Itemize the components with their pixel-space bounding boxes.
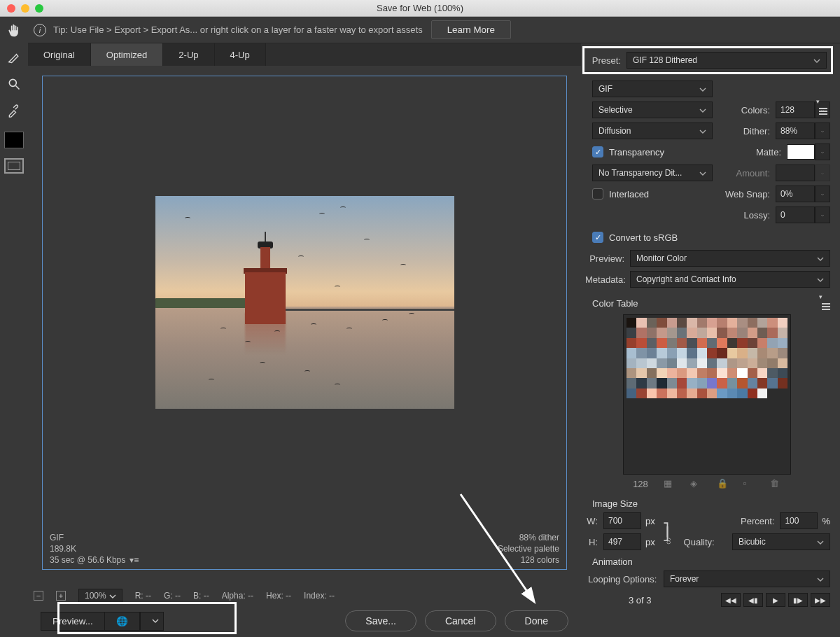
looping-select[interactable]: Forever	[664, 570, 830, 587]
next-frame-button[interactable]: ▮▶	[788, 593, 808, 607]
readout-r: R: --	[135, 591, 151, 601]
tip-text: Tip: Use File > Export > Export As... or…	[53, 24, 423, 35]
width-input[interactable]: 700	[603, 512, 641, 529]
trash-icon[interactable]: 🗑	[770, 478, 781, 489]
tab-original[interactable]: Original	[28, 43, 91, 66]
dither-label: Dither:	[713, 126, 776, 136]
looping-label: Looping Options:	[585, 574, 664, 584]
slice-tool-icon[interactable]	[6, 49, 22, 66]
tab-4up[interactable]: 4-Up	[215, 43, 266, 66]
browser-dropdown-icon[interactable]	[140, 612, 164, 631]
convert-srgb-label: Convert to sRGB	[609, 232, 678, 243]
snap-web-icon[interactable]: ▦	[664, 478, 675, 489]
color-reduction-select[interactable]: Selective	[592, 102, 713, 118]
interlaced-label: Interlaced	[609, 189, 649, 200]
tab-2up[interactable]: 2-Up	[163, 43, 214, 66]
matte-swatch[interactable]	[787, 144, 815, 160]
first-frame-button[interactable]: ◀◀	[721, 593, 741, 607]
save-button[interactable]: Save...	[345, 610, 416, 631]
browser-preview-icon[interactable]: 🌐	[104, 612, 140, 631]
window-title: Save for Web (100%)	[0, 3, 840, 13]
info-icon: i	[34, 24, 46, 36]
hand-tool-icon[interactable]	[6, 22, 22, 39]
convert-srgb-checkbox[interactable]	[592, 232, 603, 243]
colors-label: Colors:	[713, 105, 776, 115]
amount-label: Amount:	[713, 168, 776, 178]
color-table-title: Color Table	[592, 298, 638, 309]
tool-strip	[0, 17, 28, 637]
percent-unit: %	[818, 516, 830, 526]
readout-index: Index: --	[304, 591, 335, 601]
dither-input[interactable]: 88%	[776, 122, 815, 139]
amount-input	[776, 164, 815, 181]
px-label-h: px	[641, 537, 659, 547]
preview-canvas[interactable]: GIF 189.8K 35 sec @ 56.6 Kbps▾≡ 88% dith…	[42, 76, 567, 570]
interlaced-checkbox[interactable]	[592, 188, 603, 200]
constrain-link-icon[interactable]: 𝟾	[666, 536, 671, 547]
amount-stepper-icon	[815, 164, 830, 181]
preview-info: GIF 189.8K 35 sec @ 56.6 Kbps▾≡ 88% dith…	[43, 528, 566, 569]
dither-stepper-icon[interactable]	[815, 122, 830, 139]
preview-button[interactable]: Preview...	[41, 612, 104, 631]
info-colors: 128 colors	[521, 555, 559, 565]
quality-select[interactable]: Bicubic	[732, 533, 830, 550]
cancel-button[interactable]: Cancel	[425, 610, 496, 631]
websnap-input[interactable]: 0%	[776, 186, 815, 202]
foreground-color-swatch[interactable]	[4, 132, 24, 148]
dither-method-select[interactable]: Diffusion	[592, 122, 713, 139]
annotation-highlight-preset: Preset: GIF 128 Dithered	[582, 46, 833, 74]
preview-menu-icon[interactable]: ▾≡	[130, 555, 139, 565]
view-tabs: Original Optimized 2-Up 4-Up	[28, 43, 581, 66]
preview-button-group: Preview... 🌐	[41, 612, 164, 631]
format-select[interactable]: GIF	[592, 80, 713, 97]
color-table[interactable]	[623, 314, 791, 475]
matte-dropdown-icon[interactable]	[815, 144, 830, 160]
preset-select[interactable]: GIF 128 Dithered	[626, 52, 827, 69]
learn-more-button[interactable]: Learn More	[431, 20, 511, 39]
preview-image	[155, 196, 454, 409]
websnap-stepper-icon[interactable]	[815, 186, 830, 202]
lossy-label: Lossy:	[585, 210, 776, 220]
percent-label: Percent:	[741, 516, 780, 526]
preset-label: Preset:	[589, 55, 626, 66]
last-frame-button[interactable]: ▶▶	[811, 593, 830, 607]
toggle-slices-icon[interactable]	[4, 158, 24, 174]
percent-input[interactable]: 100	[780, 512, 818, 529]
svg-point-0	[9, 79, 16, 86]
info-palette: Selective palette	[498, 544, 559, 554]
readout-b: B: --	[193, 591, 209, 601]
colors-input[interactable]: 128	[776, 102, 815, 118]
eyedropper-tool-icon[interactable]	[6, 102, 22, 119]
transparency-dither-select[interactable]: No Transparency Dit...	[592, 164, 713, 181]
readout-alpha: Alpha: --	[222, 591, 253, 601]
play-button[interactable]: ▶	[766, 593, 785, 607]
preview-profile-label: Preview:	[585, 253, 630, 264]
lossy-input[interactable]: 0	[776, 206, 815, 223]
lossy-stepper-icon[interactable]	[815, 206, 830, 223]
preview-profile-select[interactable]: Monitor Color	[630, 250, 830, 267]
new-color-icon[interactable]: ▫	[743, 478, 755, 489]
info-time: 35 sec @ 56.6 Kbps	[50, 555, 125, 565]
zoom-tool-icon[interactable]	[6, 76, 22, 92]
settings-panel: Preset: GIF 128 Dithered GIF Selective C…	[581, 43, 840, 637]
status-bar: − + 100% R: -- G: -- B: -- Alpha: -- Hex…	[28, 587, 581, 605]
width-label: W:	[585, 516, 603, 526]
frame-indicator: 3 of 3	[629, 595, 652, 606]
bottom-button-row: Preview... 🌐 Save... Cancel Done	[28, 605, 581, 637]
metadata-label: Metadata:	[585, 274, 630, 285]
zoom-out-icon[interactable]: −	[34, 591, 43, 601]
zoom-level-select[interactable]: 100%	[78, 589, 122, 603]
height-input[interactable]: 497	[603, 533, 641, 550]
metadata-select[interactable]: Copyright and Contact Info	[630, 271, 830, 288]
prev-frame-button[interactable]: ◀▮	[743, 593, 763, 607]
height-label: H:	[585, 537, 603, 547]
window-titlebar: Save for Web (100%)	[0, 0, 840, 17]
done-button[interactable]: Done	[505, 610, 568, 631]
map-transparent-icon[interactable]: ◈	[690, 478, 701, 489]
lock-color-icon[interactable]: 🔒	[717, 478, 728, 489]
color-table-menu-icon[interactable]	[822, 295, 830, 310]
tab-optimized[interactable]: Optimized	[91, 43, 164, 66]
transparency-checkbox[interactable]	[592, 146, 603, 158]
quality-label: Quality:	[678, 537, 732, 547]
zoom-in-icon[interactable]: +	[56, 591, 66, 601]
